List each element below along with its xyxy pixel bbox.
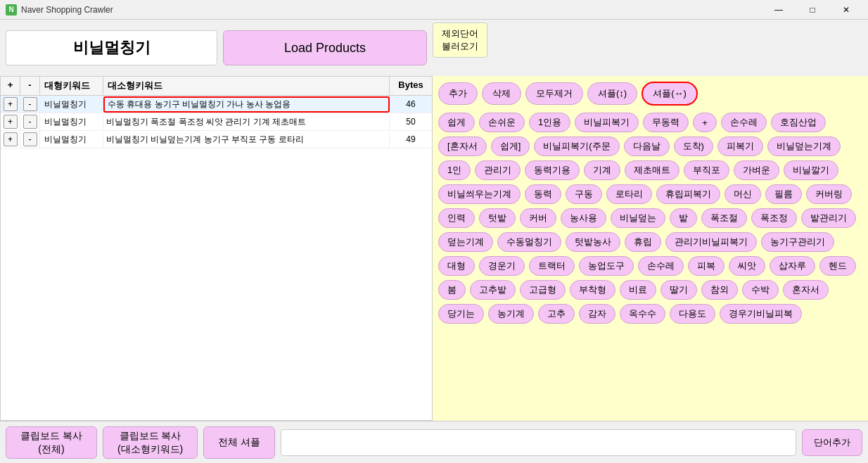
sort-vertical-button[interactable]: 셔플(↕)	[587, 82, 637, 105]
add-row-button[interactable]: +	[4, 115, 18, 129]
keyword-tag[interactable]: 참외	[701, 280, 738, 300]
keyword-tag[interactable]: 밭관리기	[801, 208, 856, 228]
copy-small-keyword-button[interactable]: 클립보드 복사(대소형키워드)	[103, 426, 198, 459]
keyword-tag[interactable]: 피복	[688, 256, 725, 276]
remove-all-button[interactable]: 모두제거	[525, 82, 583, 105]
table-header: + - 대형키워드 대소형키워드 Bytes	[1, 77, 432, 96]
shuffle-button[interactable]: 전체 셔플	[203, 426, 275, 459]
keyword-tag[interactable]: 구동	[566, 184, 602, 204]
keyword-tag[interactable]: 다용도	[670, 304, 715, 324]
keyword-tag[interactable]: 1인	[438, 160, 471, 180]
keyword-tag[interactable]: 대형	[438, 256, 475, 276]
keyword-tag[interactable]: 가벼운	[734, 160, 779, 180]
keyword-tag[interactable]: 폭조정	[751, 208, 797, 228]
keyword-tag[interactable]: 커버링	[806, 184, 852, 204]
keyword-tag[interactable]: 부직포	[684, 160, 729, 180]
keyword-tag[interactable]: 비닐덮는	[611, 208, 665, 228]
close-button[interactable]: ✕	[830, 0, 862, 20]
search-input[interactable]	[6, 30, 217, 65]
copy-all-button[interactable]: 클립보드 복사(전체)	[6, 426, 97, 459]
keyword-tag[interactable]: 다음날	[624, 137, 670, 156]
keyword-tag[interactable]: 헨드	[819, 256, 856, 276]
external-word-button[interactable]: 제외단어불러오기	[433, 23, 487, 58]
keyword-tag[interactable]: 관리기비닐피복기	[665, 232, 757, 252]
remove-row-button[interactable]: -	[23, 115, 37, 129]
remove-row-button[interactable]: -	[23, 132, 37, 146]
keyword-tag[interactable]: 수박	[742, 280, 779, 300]
keyword-tag[interactable]: +	[693, 113, 717, 132]
keyword-tag[interactable]: 고추	[538, 304, 575, 324]
keyword-tag[interactable]: 농사용	[561, 208, 606, 228]
bytes-cell: 46	[390, 98, 432, 110]
keyword-tag[interactable]: 손수레	[721, 113, 767, 132]
remove-row-button[interactable]: -	[23, 97, 37, 111]
keyword-tag[interactable]: 덮는기계	[438, 232, 493, 252]
add-row-button[interactable]: +	[4, 132, 18, 146]
keyword-tag[interactable]: 로타리	[606, 184, 652, 204]
table-row[interactable]: + - 비닐멀칭기 비닐멀칭기 비닐덮는기계 농기구 부직포 구동 로타리 49	[1, 131, 432, 148]
table-row[interactable]: + - 비닐멀칭기 수동 휴대용 농기구 비닐멀칭기 가나 농사 농업용 46	[1, 96, 432, 113]
keyword-tag[interactable]: 고급형	[520, 280, 566, 300]
keyword-tag[interactable]: 농기구관리기	[761, 232, 834, 252]
minimize-button[interactable]: —	[762, 0, 795, 20]
keyword-tag[interactable]: 비닐피복기(주문	[534, 137, 619, 156]
keyword-tag[interactable]: 당기는	[438, 304, 484, 324]
add-keyword-button[interactable]: 추가	[438, 82, 478, 105]
keyword-tag[interactable]: 비닐덮는기계	[767, 137, 841, 156]
keyword-tag[interactable]: 수동멀칭기	[497, 232, 561, 252]
add-row-button[interactable]: +	[4, 97, 18, 111]
keyword-tag[interactable]: 삽자루	[770, 256, 815, 276]
big-keyword-cell: 비닐멀칭기	[40, 132, 103, 147]
keyword-tag[interactable]: 동력	[525, 184, 561, 204]
keyword-tag[interactable]: 경우기비닐피복	[720, 304, 802, 324]
load-products-button[interactable]: Load Products	[223, 30, 427, 65]
keyword-tag[interactable]: 휴립	[625, 232, 661, 252]
keyword-tag[interactable]: 필름	[765, 184, 802, 204]
table-row[interactable]: + - 비닐멀칭기 비닐멀칭기 폭조절 폭조정 씨앗 관리기 기계 제초매트 5…	[1, 113, 432, 131]
keyword-tag[interactable]: 인력	[438, 208, 475, 228]
keyword-tag[interactable]: 기계	[584, 160, 620, 180]
keyword-tag[interactable]: [혼자서	[438, 137, 487, 156]
keyword-tag[interactable]: 감자	[579, 304, 615, 324]
keyword-tag[interactable]: 커버	[520, 208, 556, 228]
keyword-tag[interactable]: 옥수수	[620, 304, 665, 324]
keyword-tag[interactable]: 고추밭	[470, 280, 516, 300]
keyword-tag[interactable]: 손수레	[638, 256, 684, 276]
keyword-tag[interactable]: 트랙터	[529, 256, 575, 276]
keyword-tag[interactable]: 혼자서	[783, 280, 829, 300]
keyword-tag[interactable]: 머신	[725, 184, 761, 204]
add-word-button[interactable]: 단어추가	[802, 429, 862, 456]
keyword-tag[interactable]: 피복기	[717, 137, 763, 156]
delete-keyword-button[interactable]: 삭제	[482, 82, 521, 105]
keyword-tag[interactable]: 제초매트	[625, 160, 679, 180]
word-input[interactable]	[281, 429, 796, 456]
keyword-tag[interactable]: 폭조절	[701, 208, 747, 228]
keyword-tag[interactable]: 텃밭농사	[566, 232, 620, 252]
keyword-tag[interactable]: 휴립피복기	[656, 184, 720, 204]
keyword-tag[interactable]: 농기계	[488, 304, 534, 324]
keyword-tag[interactable]: 무동력	[643, 113, 689, 132]
keyword-tag[interactable]: 딸기	[660, 280, 697, 300]
keyword-tag[interactable]: 손쉬운	[479, 113, 525, 132]
keyword-tag[interactable]: 비닐깔기	[784, 160, 838, 180]
keyword-tag[interactable]: 관리기	[475, 160, 521, 180]
keyword-tag[interactable]: 경운기	[479, 256, 525, 276]
keyword-tag[interactable]: 비료	[620, 280, 656, 300]
keyword-tag[interactable]: 동력기용	[525, 160, 580, 180]
keyword-tag[interactable]: 1인용	[529, 113, 570, 132]
keyword-tag[interactable]: 쉽게]	[491, 137, 530, 156]
keyword-tag[interactable]: 봄	[438, 280, 466, 300]
keyword-tag[interactable]: 부착형	[570, 280, 615, 300]
keyword-tag[interactable]: 텃밭	[479, 208, 516, 228]
keyword-tag[interactable]: 농업도구	[579, 256, 634, 276]
maximize-button[interactable]: □	[796, 0, 829, 20]
keyword-tag[interactable]: 밭	[670, 208, 697, 228]
keyword-tag[interactable]: 비닐피복기	[575, 113, 639, 132]
title-bar-text: Naver Shopping Crawler	[21, 5, 762, 15]
keyword-tag[interactable]: 호짐산업	[771, 113, 826, 132]
keyword-tag[interactable]: 쉽게	[438, 113, 475, 132]
sort-horizontal-button[interactable]: 셔플(↔)	[642, 82, 698, 106]
keyword-tag[interactable]: 씨앗	[729, 256, 765, 276]
keyword-tag[interactable]: 도착)	[674, 137, 713, 156]
keyword-tag[interactable]: 비닐씌우는기계	[438, 184, 521, 204]
